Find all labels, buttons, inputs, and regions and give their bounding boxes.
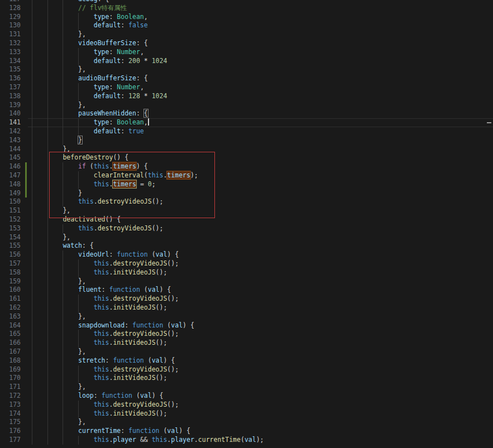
line-number[interactable]: 169 xyxy=(0,365,21,374)
line-number[interactable]: 162 xyxy=(0,304,21,312)
line-number[interactable]: 175 xyxy=(0,418,21,427)
code-line[interactable]: 165this.destroyVideoJS(); xyxy=(0,330,493,339)
line-number[interactable]: 153 xyxy=(0,224,21,233)
code-line[interactable]: 131}, xyxy=(0,30,493,39)
code-line[interactable]: 173this.destroyVideoJS(); xyxy=(0,401,493,410)
line-number[interactable]: 152 xyxy=(0,215,21,224)
code-line[interactable]: 157this.destroyVideoJS(); xyxy=(0,259,493,268)
line-number[interactable]: 140 xyxy=(0,109,21,118)
code-line[interactable]: 155watch: { xyxy=(0,242,493,251)
code-line[interactable]: 176currentTime: function (val) { xyxy=(0,427,493,436)
code-line[interactable]: 142default: true xyxy=(0,127,493,136)
line-number[interactable]: 159 xyxy=(0,277,21,286)
line-number[interactable]: 147 xyxy=(0,171,21,180)
code-token: , xyxy=(140,48,144,56)
code-line[interactable]: 139}, xyxy=(0,101,493,110)
code-line[interactable]: 130default: false xyxy=(0,21,493,30)
code-line[interactable]: 161this.destroyVideoJS(); xyxy=(0,295,493,304)
line-number[interactable]: 130 xyxy=(0,21,21,30)
code-line[interactable]: 169this.destroyVideoJS(); xyxy=(0,365,493,374)
line-number[interactable]: 148 xyxy=(0,180,21,189)
code-line[interactable]: 170this.initVideoJS(); xyxy=(0,374,493,383)
line-number[interactable]: 157 xyxy=(0,259,21,268)
line-number[interactable]: 131 xyxy=(0,30,21,39)
code-line[interactable]: 141type: Boolean, xyxy=(0,118,493,127)
code-line[interactable]: 158this.initVideoJS(); xyxy=(0,268,493,277)
line-number[interactable]: 139 xyxy=(0,101,21,110)
line-number[interactable]: 133 xyxy=(0,48,21,57)
code-line[interactable]: 166this.initVideoJS(); xyxy=(0,339,493,348)
line-number[interactable]: 173 xyxy=(0,401,21,410)
code-line[interactable]: 137type: Number, xyxy=(0,83,493,92)
code-line[interactable]: 127debug: { xyxy=(0,0,493,4)
line-number[interactable]: 163 xyxy=(0,312,21,321)
line-number[interactable]: 134 xyxy=(0,57,21,66)
line-number[interactable]: 164 xyxy=(0,321,21,330)
code-line[interactable]: 135}, xyxy=(0,65,493,74)
code-line[interactable]: 140pauseWhenHidden: { xyxy=(0,109,493,118)
line-number[interactable]: 158 xyxy=(0,268,21,277)
line-number[interactable]: 160 xyxy=(0,286,21,295)
code-line[interactable]: 153this.destroyVideoJS(); xyxy=(0,224,493,233)
code-line[interactable]: 129type: Boolean, xyxy=(0,13,493,22)
line-number[interactable]: 135 xyxy=(0,65,21,74)
code-line[interactable]: 177this.player && this.player.currentTim… xyxy=(0,436,493,445)
line-number[interactable]: 142 xyxy=(0,127,21,136)
line-number[interactable]: 168 xyxy=(0,357,21,365)
code-token: destroyVideoJS xyxy=(98,224,152,232)
code-line[interactable]: 128// flv特有属性 xyxy=(0,4,493,13)
line-number[interactable]: 137 xyxy=(0,83,21,92)
code-line[interactable]: 175}, xyxy=(0,418,493,427)
line-number[interactable]: 156 xyxy=(0,251,21,259)
code-line[interactable]: 164snapdownload: function (val) { xyxy=(0,321,493,330)
line-number[interactable]: 172 xyxy=(0,392,21,401)
line-number[interactable]: 176 xyxy=(0,427,21,436)
code-token: : xyxy=(125,321,132,329)
code-line[interactable]: 136audioBufferSize: { xyxy=(0,74,493,83)
code-line[interactable]: 159}, xyxy=(0,277,493,286)
code-line[interactable]: 167}, xyxy=(0,348,493,357)
line-number[interactable]: 166 xyxy=(0,339,21,348)
line-number[interactable]: 171 xyxy=(0,383,21,392)
line-number[interactable]: 143 xyxy=(0,136,21,145)
code-line[interactable]: 171}, xyxy=(0,383,493,392)
line-number[interactable]: 132 xyxy=(0,39,21,48)
line-number[interactable]: 149 xyxy=(0,189,21,198)
code-text: default: false xyxy=(32,21,148,30)
line-number[interactable]: 177 xyxy=(0,436,21,445)
code-line[interactable]: 162this.initVideoJS(); xyxy=(0,304,493,312)
code-line[interactable]: 132videoBufferSize: { xyxy=(0,39,493,48)
code-line[interactable]: 154}, xyxy=(0,233,493,242)
code-token: (); xyxy=(156,374,167,382)
code-lines: 127debug: {128// flv特有属性129type: Boolean… xyxy=(0,0,493,448)
code-line[interactable]: 174this.initVideoJS(); xyxy=(0,410,493,418)
line-number[interactable]: 127 xyxy=(0,0,21,4)
line-number[interactable]: 128 xyxy=(0,4,21,13)
code-line[interactable]: 133type: Number, xyxy=(0,48,493,57)
line-number[interactable]: 165 xyxy=(0,330,21,339)
line-number[interactable]: 146 xyxy=(0,162,21,171)
code-line[interactable]: 172loop: function (val) { xyxy=(0,392,493,401)
overview-ruler[interactable] xyxy=(485,0,493,448)
line-number[interactable]: 144 xyxy=(0,145,21,154)
line-number[interactable]: 150 xyxy=(0,197,21,206)
line-number[interactable]: 154 xyxy=(0,233,21,242)
code-line[interactable]: 143} xyxy=(0,136,493,145)
line-number[interactable]: 170 xyxy=(0,374,21,383)
code-line[interactable]: 138default: 128 * 1024 xyxy=(0,92,493,101)
line-number[interactable]: 136 xyxy=(0,74,21,83)
line-number[interactable]: 138 xyxy=(0,92,21,101)
line-number[interactable]: 141 xyxy=(0,118,21,127)
code-line[interactable]: 163}, xyxy=(0,312,493,321)
line-number[interactable]: 174 xyxy=(0,410,21,418)
line-number[interactable]: 161 xyxy=(0,295,21,304)
code-line[interactable]: 160fluent: function (val) { xyxy=(0,286,493,295)
line-number[interactable]: 167 xyxy=(0,348,21,357)
line-number[interactable]: 129 xyxy=(0,13,21,22)
code-line[interactable]: 156videoUrl: function (val) { xyxy=(0,251,493,259)
line-number[interactable]: 151 xyxy=(0,206,21,215)
line-number[interactable]: 145 xyxy=(0,153,21,162)
code-line[interactable]: 168stretch: function (val) { xyxy=(0,357,493,365)
line-number[interactable]: 155 xyxy=(0,242,21,251)
code-line[interactable]: 134default: 200 * 1024 xyxy=(0,57,493,66)
